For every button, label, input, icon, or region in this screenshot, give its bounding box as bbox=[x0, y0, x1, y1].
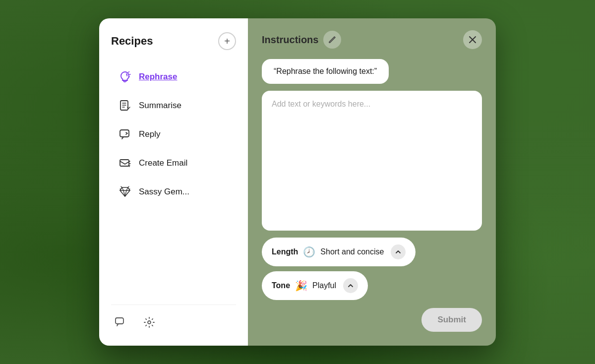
panel-header: Instructions bbox=[262, 30, 482, 49]
svg-rect-6 bbox=[116, 318, 123, 324]
gem-icon bbox=[118, 185, 132, 199]
length-icon: 🕗 bbox=[303, 246, 315, 258]
tone-label: Tone bbox=[272, 281, 290, 290]
svg-point-7 bbox=[148, 321, 151, 324]
recipe-item-sassy-gem[interactable]: Sassy Gem... bbox=[111, 179, 236, 205]
recipe-label-rephrase: Rephrase bbox=[139, 72, 177, 82]
sidebar-footer bbox=[111, 304, 236, 332]
recipe-item-summarise[interactable]: Summarise bbox=[111, 93, 236, 119]
reply-icon bbox=[118, 127, 132, 141]
sidebar-header: Recipes + bbox=[111, 32, 236, 50]
tone-chevron-icon[interactable] bbox=[343, 278, 358, 293]
textarea-placeholder: Add text or keywords here... bbox=[272, 100, 370, 108]
chat-icon-button[interactable] bbox=[111, 313, 130, 332]
close-button[interactable] bbox=[463, 30, 482, 49]
recipe-list: Rephrase Summarise bbox=[111, 64, 236, 304]
recipe-label-reply: Reply bbox=[139, 129, 160, 139]
options-row: Length 🕗 Short and concise Tone 🎉 Playfu… bbox=[262, 238, 482, 300]
edit-instructions-button[interactable] bbox=[323, 31, 341, 49]
recipe-label-create-email: Create Email bbox=[139, 158, 187, 168]
recipe-label-sassy-gem: Sassy Gem... bbox=[139, 187, 189, 197]
add-recipe-button[interactable]: + bbox=[218, 32, 236, 50]
text-input-area[interactable]: Add text or keywords here... bbox=[262, 91, 482, 231]
panel-title: Instructions bbox=[262, 34, 318, 46]
email-icon bbox=[118, 156, 132, 170]
length-label: Length bbox=[272, 247, 298, 256]
sidebar-title: Recipes bbox=[111, 35, 153, 48]
recipe-item-rephrase[interactable]: Rephrase bbox=[111, 64, 236, 90]
length-chevron-icon[interactable] bbox=[391, 244, 406, 259]
summarise-icon bbox=[118, 99, 132, 113]
instruction-bubble: “Rephrase the following text:” bbox=[262, 59, 389, 84]
settings-icon-button[interactable] bbox=[140, 313, 159, 332]
modal: Recipes + Rephrase bbox=[99, 18, 496, 346]
panel-title-row: Instructions bbox=[262, 31, 341, 49]
tone-icon: 🎉 bbox=[295, 280, 307, 292]
main-panel: Instructions “Rephrase the following tex… bbox=[248, 18, 496, 346]
tone-option[interactable]: Tone 🎉 Playful bbox=[262, 271, 368, 300]
sidebar: Recipes + Rephrase bbox=[99, 18, 248, 346]
length-value: Short and concise bbox=[320, 247, 384, 256]
tone-value: Playful bbox=[312, 281, 336, 290]
rephrase-icon bbox=[118, 70, 132, 84]
submit-button[interactable]: Submit bbox=[421, 308, 482, 332]
recipe-label-summarise: Summarise bbox=[139, 101, 181, 111]
length-option[interactable]: Length 🕗 Short and concise bbox=[262, 238, 416, 266]
recipe-item-create-email[interactable]: Create Email bbox=[111, 150, 236, 176]
recipe-item-reply[interactable]: Reply bbox=[111, 121, 236, 147]
